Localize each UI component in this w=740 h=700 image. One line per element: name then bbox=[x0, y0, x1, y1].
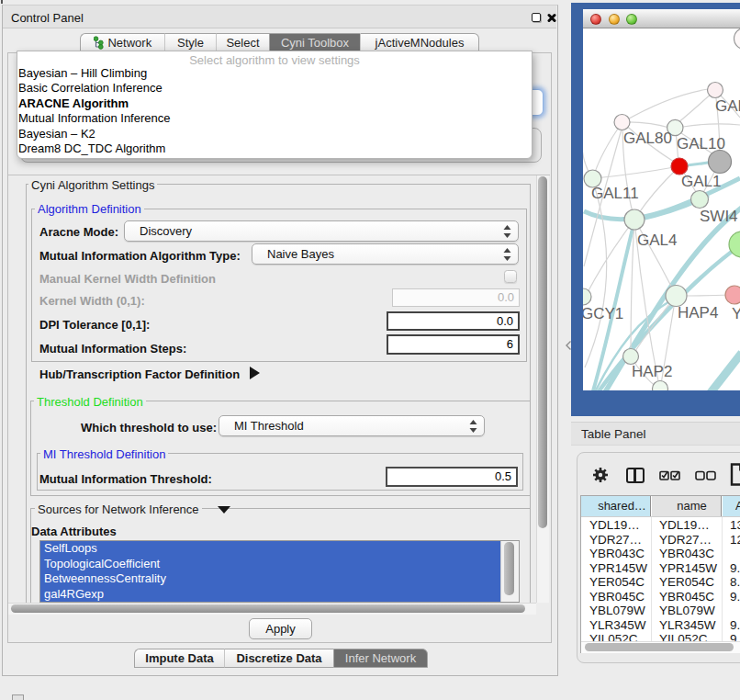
svg-text:HAP2: HAP2 bbox=[632, 363, 672, 380]
svg-text:HAP4: HAP4 bbox=[678, 304, 718, 322]
svg-text:GAL4: GAL4 bbox=[637, 231, 677, 249]
svg-text:GAL11: GAL11 bbox=[591, 185, 639, 202]
svg-text:SWI4: SWI4 bbox=[700, 208, 738, 225]
svg-text:GAL7: GAL7 bbox=[715, 97, 740, 115]
svg-text:GAL1: GAL1 bbox=[681, 173, 721, 190]
svg-text:GCY1: GCY1 bbox=[583, 305, 623, 322]
svg-text:GAL10: GAL10 bbox=[677, 135, 725, 152]
svg-text:GAL80: GAL80 bbox=[623, 130, 672, 147]
svg-text:Y: Y bbox=[732, 305, 740, 322]
